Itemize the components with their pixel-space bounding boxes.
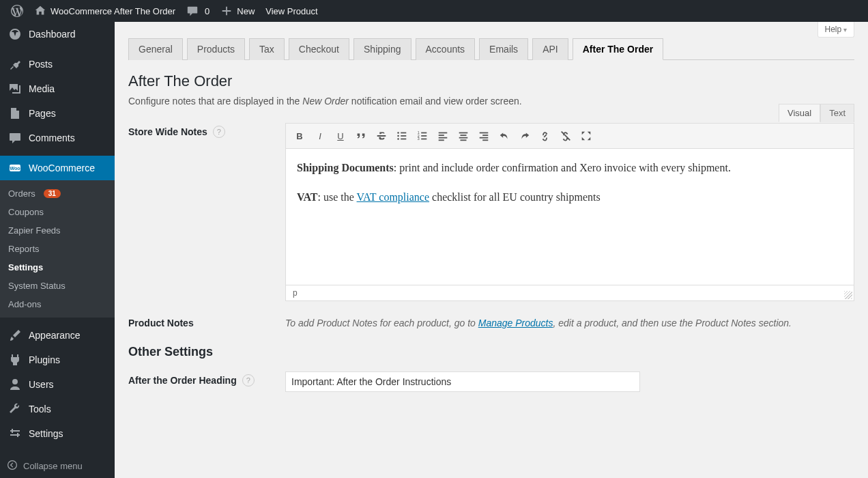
after-order-heading-input[interactable] [285, 371, 640, 392]
link-button[interactable] [536, 126, 555, 145]
media-icon [8, 82, 22, 96]
pin-icon [8, 57, 22, 71]
blockquote-button[interactable] [351, 126, 371, 145]
help-icon[interactable]: ? [242, 374, 255, 386]
svg-rect-16 [439, 135, 444, 136]
tab-api[interactable]: API [532, 38, 568, 60]
help-tab-toggle[interactable]: Help [818, 22, 854, 38]
sidebar-item-media[interactable]: Media [0, 76, 115, 101]
new-label: New [237, 6, 255, 16]
page-title: After The Order [128, 72, 854, 90]
sidebar-item-dashboard[interactable]: Dashboard [0, 22, 115, 46]
editor-tab-visual[interactable]: Visual [779, 104, 820, 122]
editor-tab-text[interactable]: Text [820, 104, 854, 122]
manage-products-link[interactable]: Manage Products [478, 318, 553, 328]
fullscreen-button[interactable] [577, 126, 596, 145]
after-order-heading-label: After the Order Heading ? [128, 371, 272, 386]
editor-toolbar: B I U 123 [285, 123, 854, 149]
sidebar-item-users[interactable]: Users [0, 372, 115, 397]
sidebar-item-pages[interactable]: Pages [0, 101, 115, 126]
sidebar-item-label: Users [29, 379, 54, 390]
svg-rect-22 [461, 139, 467, 141]
align-center-button[interactable] [454, 126, 473, 145]
other-settings-heading: Other Settings [128, 345, 854, 359]
home-icon [34, 5, 46, 17]
sidebar-item-appearance[interactable]: Appearance [0, 323, 115, 348]
dashboard-icon [8, 27, 22, 41]
bullet-list-button[interactable] [392, 126, 411, 145]
orders-badge: 31 [44, 189, 61, 198]
tab-checkout[interactable]: Checkout [289, 38, 349, 60]
undo-button[interactable] [495, 126, 514, 145]
svg-text:3: 3 [418, 137, 420, 141]
align-right-button[interactable] [474, 126, 493, 145]
svg-rect-8 [401, 139, 406, 140]
new-content[interactable]: New [215, 0, 260, 22]
comments-link[interactable]: 0 [181, 0, 215, 22]
sidebar-item-label: Media [29, 83, 55, 94]
tab-products[interactable]: Products [187, 38, 245, 60]
wordpress-icon [11, 5, 23, 17]
svg-rect-21 [459, 137, 468, 139]
comment-icon [186, 5, 199, 17]
store-notes-label: Store Wide Notes ? [128, 123, 272, 138]
admin-sidebar: Dashboard Posts Media Pages Comments Woo [0, 22, 115, 478]
sidebar-item-label: Appearance [29, 330, 81, 341]
sidebar-item-label: WooCommerce [29, 163, 95, 173]
bold-button[interactable]: B [290, 126, 309, 145]
underline-button[interactable]: U [331, 126, 350, 145]
brush-icon [8, 328, 22, 342]
svg-rect-6 [401, 135, 406, 137]
comments-icon [8, 131, 22, 145]
tab-general[interactable]: General [128, 38, 183, 60]
svg-point-5 [397, 135, 399, 137]
align-left-button[interactable] [433, 126, 452, 145]
submenu-reports[interactable]: Reports [0, 240, 115, 258]
strikethrough-button[interactable] [372, 126, 391, 145]
rich-text-editor: Visual Text B I U 123 [285, 123, 854, 301]
submenu-addons[interactable]: Add-ons [0, 295, 115, 313]
sidebar-item-label: Comments [29, 132, 75, 143]
redo-button[interactable] [515, 126, 534, 145]
submenu-system-status[interactable]: System Status [0, 277, 115, 295]
tab-shipping[interactable]: Shipping [353, 38, 411, 60]
tab-after-the-order[interactable]: After The Order [573, 38, 663, 60]
sidebar-item-label: Settings [29, 428, 63, 439]
submenu-orders[interactable]: Orders 31 [0, 184, 115, 203]
sidebar-item-label: Plugins [29, 354, 60, 365]
submenu-zapier[interactable]: Zapier Feeds [0, 221, 115, 240]
view-product-link[interactable]: View Product [260, 0, 323, 22]
wrench-icon [8, 402, 22, 416]
submenu-settings[interactable]: Settings [0, 258, 115, 277]
submenu-coupons[interactable]: Coupons [0, 203, 115, 221]
sidebar-item-plugins[interactable]: Plugins [0, 348, 115, 372]
site-home[interactable]: WooCommerce After The Order [29, 0, 181, 22]
sidebar-item-settings[interactable]: Settings [0, 421, 115, 446]
help-icon[interactable]: ? [213, 126, 225, 138]
italic-button[interactable]: I [310, 126, 330, 145]
svg-rect-14 [421, 139, 426, 140]
sidebar-item-woocommerce[interactable]: Woo WooCommerce [0, 156, 115, 180]
product-notes-label: Product Notes [128, 315, 272, 328]
svg-rect-20 [461, 135, 467, 136]
svg-rect-24 [482, 135, 488, 136]
sidebar-item-label: Tools [29, 404, 51, 414]
admin-bar: WooCommerce After The Order 0 New View P… [0, 0, 868, 22]
sidebar-item-comments[interactable]: Comments [0, 126, 115, 150]
sidebar-item-tools[interactable]: Tools [0, 397, 115, 421]
unlink-button[interactable] [556, 126, 575, 145]
numbered-list-button[interactable]: 123 [413, 126, 432, 145]
tab-emails[interactable]: Emails [479, 38, 528, 60]
sliders-icon [8, 427, 22, 440]
editor-content[interactable]: Shipping Documents: print and include or… [285, 149, 854, 285]
product-notes-help: To add Product Notes for each product, g… [285, 315, 854, 328]
sidebar-item-posts[interactable]: Posts [0, 52, 115, 76]
tab-accounts[interactable]: Accounts [416, 38, 476, 60]
wp-logo[interactable] [5, 0, 29, 22]
settings-tabs: General Products Tax Checkout Shipping A… [128, 38, 854, 60]
editor-resize-handle[interactable] [844, 291, 852, 299]
collapse-menu[interactable]: Collapse menu [0, 454, 115, 478]
vat-compliance-link[interactable]: VAT compliance [357, 191, 430, 203]
page-subtitle: Configure notes that are displayed in th… [128, 96, 854, 107]
tab-tax[interactable]: Tax [249, 38, 285, 60]
